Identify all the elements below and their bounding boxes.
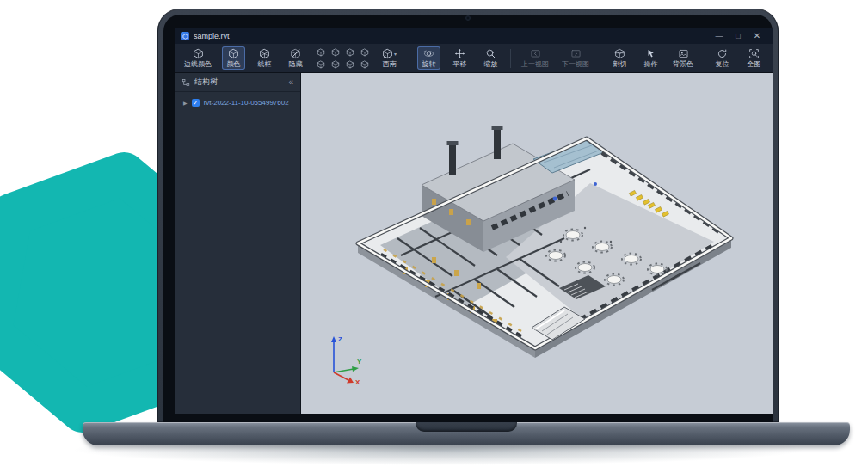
toolbar-separator	[409, 49, 409, 68]
toolbar-button-wireframe[interactable]: 线框	[253, 46, 276, 70]
toolbar-button-view-southwest[interactable]: ▾ 西南	[378, 46, 401, 70]
chevron-down-icon: ▾	[394, 51, 397, 57]
tree-node-label[interactable]: rvt-2022-11-10-0554997602	[204, 99, 289, 107]
section-cut-icon	[614, 48, 625, 59]
cube-icon	[193, 48, 204, 59]
previous-view-icon	[530, 48, 541, 59]
stage: sample.rvt — □ ✕ 边线颜色 颜色	[0, 0, 868, 467]
orbit-icon	[423, 48, 434, 59]
pan-arrows-icon	[454, 48, 465, 59]
toolbar-button-zoom[interactable]: 缩放	[479, 46, 502, 70]
view-preset-button[interactable]	[329, 60, 341, 69]
laptop-screen: sample.rvt — □ ✕ 边线颜色 颜色	[157, 9, 779, 422]
tree-node-checkbox[interactable]: ✓	[192, 99, 200, 107]
tree-node: ▶ ✓ rvt-2022-11-10-0554997602	[175, 92, 300, 107]
magnifier-icon	[485, 48, 496, 59]
next-view-icon	[570, 48, 582, 59]
view-preset-button[interactable]	[329, 48, 341, 57]
view-preset-cluster	[315, 47, 370, 70]
view-cube-icon	[382, 48, 393, 59]
background-color-icon	[678, 48, 689, 59]
fit-view-icon	[748, 48, 760, 59]
maximize-button[interactable]: □	[729, 28, 748, 44]
toolbar-separator	[510, 49, 511, 68]
axis-z-label: Z	[338, 335, 342, 343]
cube-icon	[228, 48, 239, 59]
window-controls: — □ ✕	[710, 28, 766, 44]
structure-tree-panel: 结构树 « ▶ ✓ rvt-2022-11-10-0554997602	[175, 73, 301, 414]
building-model	[301, 73, 773, 414]
wireframe-cube-icon	[259, 48, 270, 59]
app-window: sample.rvt — □ ✕ 边线颜色 颜色	[175, 28, 773, 414]
toolbar-separator	[600, 49, 600, 68]
tree-icon	[182, 78, 190, 87]
laptop-notch	[416, 422, 517, 432]
structure-tree-title: 结构树	[194, 77, 218, 88]
view-preset-button[interactable]	[359, 48, 370, 57]
toolbar-button-next-view[interactable]: 下一视图	[559, 46, 592, 70]
minimize-button[interactable]: —	[710, 28, 729, 44]
toolbar-button-pan[interactable]: 平移	[448, 46, 471, 70]
toolbar-button-section[interactable]: 剖切	[608, 46, 631, 70]
toolbar: 边线颜色 颜色 线框 隐藏	[175, 44, 773, 73]
toolbar-button-edge-color[interactable]: 边线颜色	[182, 46, 214, 70]
view-preset-button[interactable]	[315, 48, 326, 57]
cursor-icon	[645, 48, 656, 59]
tree-expander-icon[interactable]: ▶	[183, 100, 188, 106]
toolbar-right-group: 复位 全图	[711, 46, 766, 70]
toolbar-button-color[interactable]: 颜色	[222, 46, 245, 70]
hide-cube-icon	[290, 48, 301, 59]
view-preset-button[interactable]	[344, 60, 355, 69]
app-logo-icon	[181, 32, 189, 40]
toolbar-button-background-color[interactable]: 背景色	[670, 46, 696, 70]
toolbar-button-operate[interactable]: 操作	[639, 46, 662, 70]
collapse-panel-button[interactable]: «	[288, 77, 293, 87]
toolbar-button-reset[interactable]: 复位	[711, 46, 734, 70]
webcam-icon	[465, 15, 471, 21]
view-preset-button[interactable]	[344, 48, 355, 57]
reset-icon	[717, 48, 728, 59]
toolbar-button-hide[interactable]: 隐藏	[284, 46, 307, 70]
content-area: 结构树 « ▶ ✓ rvt-2022-11-10-0554997602	[175, 73, 773, 414]
view-preset-button[interactable]	[315, 60, 326, 69]
view-preset-button[interactable]	[359, 60, 370, 69]
toolbar-button-rotate[interactable]: 旋转	[417, 46, 440, 70]
viewport-3d[interactable]: Z Y X	[301, 73, 773, 414]
titlebar: sample.rvt — □ ✕	[175, 28, 773, 44]
axis-y-label: Y	[357, 358, 362, 366]
close-button[interactable]: ✕	[748, 28, 766, 44]
axis-triad-icon: Z Y X	[315, 331, 370, 386]
structure-tree-header: 结构树 «	[175, 73, 300, 92]
axis-x-label: X	[355, 378, 360, 386]
toolbar-button-prev-view[interactable]: 上一视图	[519, 46, 551, 70]
toolbar-button-fit-all[interactable]: 全图	[742, 46, 766, 70]
laptop-base	[83, 422, 850, 445]
window-title: sample.rvt	[194, 32, 230, 40]
